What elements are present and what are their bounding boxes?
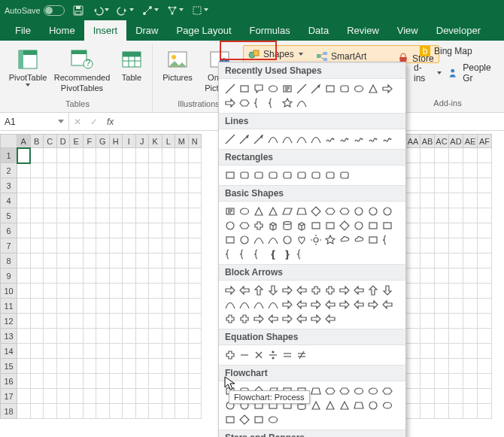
row-header[interactable]: 16: [1, 374, 17, 389]
row-header[interactable]: 5: [1, 208, 17, 223]
cell[interactable]: [83, 314, 96, 329]
scribble[interactable]: [366, 132, 380, 146]
cell[interactable]: [44, 389, 57, 404]
autosave-toggle[interactable]: AutoSave: [5, 5, 65, 16]
cell[interactable]: [44, 253, 57, 269]
cell[interactable]: [478, 314, 492, 329]
cell[interactable]: [44, 208, 57, 223]
line-dblarrow[interactable]: [252, 132, 266, 146]
cell[interactable]: [96, 238, 110, 253]
cell[interactable]: [70, 238, 83, 253]
cell[interactable]: [109, 238, 123, 253]
cell[interactable]: [83, 389, 96, 404]
col-header[interactable]: L: [162, 135, 175, 148]
cell[interactable]: [44, 193, 57, 208]
block-arrow-28[interactable]: [281, 312, 294, 326]
cell[interactable]: [56, 284, 70, 299]
cell[interactable]: [17, 359, 31, 374]
cell[interactable]: [123, 344, 136, 359]
cell[interactable]: [188, 389, 202, 404]
cell[interactable]: [70, 223, 83, 238]
cell[interactable]: [44, 269, 57, 284]
cell[interactable]: [162, 253, 175, 269]
cell[interactable]: [406, 238, 421, 253]
cell[interactable]: [162, 299, 175, 314]
cell[interactable]: [70, 299, 83, 314]
cell[interactable]: [435, 314, 449, 329]
cell[interactable]: [406, 404, 421, 419]
cell[interactable]: [44, 284, 57, 299]
cell[interactable]: [449, 223, 463, 238]
block-arrow-26[interactable]: [252, 312, 266, 326]
undo-button[interactable]: [92, 5, 109, 17]
cell[interactable]: [188, 163, 202, 178]
flowchart-shape-8[interactable]: [338, 384, 351, 398]
cell[interactable]: [123, 269, 136, 284]
cell[interactable]: [188, 374, 202, 389]
cell[interactable]: [162, 284, 175, 299]
cell[interactable]: [188, 193, 202, 208]
cell[interactable]: [135, 163, 149, 178]
cell[interactable]: [421, 344, 435, 359]
cell[interactable]: [463, 299, 478, 314]
cell[interactable]: [435, 208, 449, 223]
eq-minus[interactable]: [238, 348, 251, 362]
block-arrow-0[interactable]: [223, 284, 237, 297]
cell[interactable]: [478, 299, 492, 314]
cell[interactable]: [188, 329, 202, 344]
cell[interactable]: [421, 374, 435, 389]
cell[interactable]: [109, 314, 123, 329]
cell[interactable]: [56, 374, 70, 389]
flowchart-shape-9[interactable]: [352, 384, 366, 398]
col-header[interactable]: I: [123, 135, 136, 148]
basic-shape-0[interactable]: [223, 205, 237, 218]
cell[interactable]: [17, 269, 31, 284]
cell[interactable]: [175, 329, 189, 344]
cell[interactable]: [70, 193, 83, 208]
cell[interactable]: [96, 329, 110, 344]
cell[interactable]: [123, 389, 136, 404]
cell[interactable]: [463, 223, 478, 238]
cell[interactable]: [17, 148, 31, 163]
cell[interactable]: [70, 344, 83, 359]
cell[interactable]: [463, 314, 478, 329]
cell[interactable]: [478, 344, 492, 359]
cell[interactable]: [478, 404, 492, 419]
col-header[interactable]: AF: [478, 135, 492, 148]
flowchart-shape-19[interactable]: [323, 399, 337, 412]
cell[interactable]: [70, 329, 83, 344]
cell[interactable]: [175, 253, 189, 269]
cell[interactable]: [463, 238, 478, 253]
shape-curve[interactable]: [295, 96, 308, 110]
cell[interactable]: [435, 359, 449, 374]
cell[interactable]: [17, 238, 31, 253]
cell[interactable]: [449, 253, 463, 269]
block-arrow-11[interactable]: [381, 284, 394, 297]
cell[interactable]: [188, 238, 202, 253]
cell[interactable]: [406, 374, 421, 389]
col-header[interactable]: J: [135, 135, 149, 148]
block-arrow-19[interactable]: [323, 298, 337, 311]
cell[interactable]: [463, 389, 478, 404]
cell[interactable]: [30, 208, 44, 223]
cell[interactable]: [135, 148, 149, 163]
cell[interactable]: [188, 404, 202, 419]
cell[interactable]: [175, 314, 189, 329]
cell[interactable]: [162, 148, 175, 163]
cell[interactable]: [175, 344, 189, 359]
cell[interactable]: [188, 344, 202, 359]
eq-div[interactable]: [266, 348, 280, 362]
cell[interactable]: [44, 238, 57, 253]
pictures-button[interactable]: Pictures: [157, 45, 198, 83]
cell[interactable]: [175, 238, 189, 253]
cell[interactable]: [109, 163, 123, 178]
tab-data[interactable]: Data: [299, 20, 338, 41]
basic-shape-28[interactable]: [281, 233, 294, 247]
basic-shape-25[interactable]: [238, 233, 251, 247]
basic-shape-16[interactable]: [281, 219, 294, 232]
cell[interactable]: [449, 359, 463, 374]
cell[interactable]: [56, 178, 70, 193]
cell[interactable]: [96, 284, 110, 299]
cell[interactable]: [449, 163, 463, 178]
cell[interactable]: [83, 208, 96, 223]
